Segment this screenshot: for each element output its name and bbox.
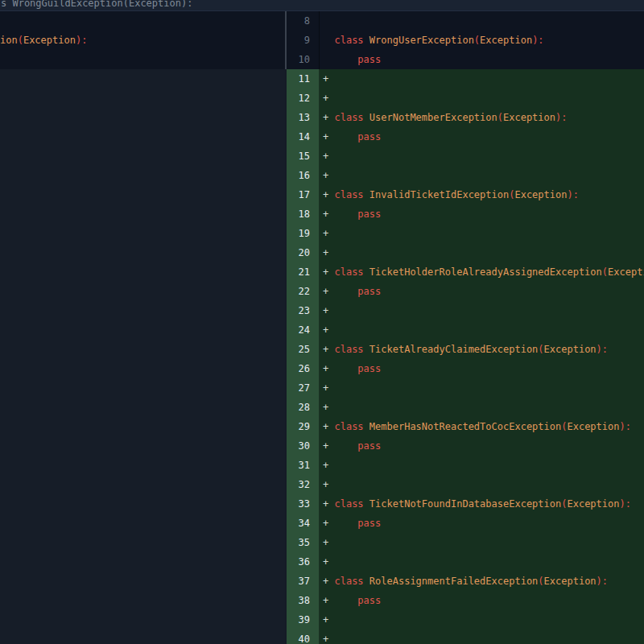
line-number[interactable]: 30 [287, 436, 320, 456]
code-token-name: Exception [544, 344, 597, 355]
diff-marker [323, 54, 334, 65]
line-number[interactable]: 15 [287, 147, 320, 166]
diff-row-added: 16+ [287, 166, 644, 185]
diff-row-added: 22+ pass [287, 282, 644, 301]
new-code-line: + pass [320, 514, 644, 533]
code-token-kw: class [334, 576, 363, 587]
diff-marker: + [323, 402, 334, 413]
diff-row-added: 23+ [287, 301, 644, 320]
diff-row-added: 14+ pass [287, 127, 644, 147]
line-number[interactable]: 26 [287, 359, 320, 378]
code-token-plain [364, 498, 369, 510]
line-number[interactable]: 36 [287, 552, 320, 572]
new-code-line [320, 11, 644, 31]
diff-marker: + [323, 344, 334, 355]
code-token-punct: ( [18, 35, 23, 46]
code-token-name: Exception [608, 266, 644, 278]
diff-marker: + [323, 421, 334, 432]
code-token-name: UserNotMemberException [369, 112, 497, 123]
line-number[interactable]: 13 [287, 108, 320, 127]
line-number[interactable]: 18 [287, 204, 320, 224]
new-code-line: + [320, 89, 644, 108]
diff-marker: + [323, 556, 334, 568]
new-file-pane[interactable]: 8 9 class WrongUserException(Exception):… [287, 11, 644, 644]
line-number[interactable]: 20 [287, 243, 320, 262]
line-number[interactable]: 40 [287, 630, 320, 644]
new-code-line: + pass [320, 359, 644, 378]
diff-marker: + [323, 208, 334, 220]
new-code-line: + [320, 320, 644, 340]
code-token-punct: ): [597, 344, 608, 355]
diff-marker: + [323, 614, 334, 625]
diff-row-added: 19+ [287, 224, 644, 243]
line-number[interactable]: 10 [287, 50, 320, 69]
line-number[interactable]: 22 [287, 282, 320, 301]
code-token-kw: class [334, 35, 363, 46]
line-number[interactable]: 16 [287, 166, 320, 185]
diff-marker: + [323, 363, 334, 374]
line-number[interactable]: 23 [287, 301, 320, 320]
new-code-line: + pass [320, 282, 644, 301]
hunk-header: s WrongGuildException(Exception): [0, 0, 644, 11]
new-code-line: + class TicketAlreadyClaimedException(Ex… [320, 340, 644, 359]
new-code-line: pass [320, 50, 644, 69]
line-number[interactable]: 19 [287, 224, 320, 243]
line-number[interactable]: 12 [287, 89, 320, 108]
line-number[interactable]: 29 [287, 417, 320, 436]
new-code-line: + [320, 630, 644, 644]
line-number[interactable]: 33 [287, 494, 320, 514]
diff-row-added: 28+ [287, 398, 644, 417]
code-token-punct: ( [474, 35, 480, 46]
line-number[interactable]: 9 [287, 31, 320, 50]
line-number[interactable]: 38 [287, 591, 320, 610]
old-file-context-rows: ion(Exception): [0, 11, 285, 69]
line-number[interactable]: 17 [287, 185, 320, 204]
code-token-kw: pass [357, 54, 381, 65]
code-token-name: TicketNotFoundInDatabaseException [369, 498, 561, 510]
diff-marker: + [323, 170, 334, 181]
new-code-line: + pass [320, 436, 644, 456]
new-code-line: + [320, 224, 644, 243]
diff-marker: + [323, 151, 334, 162]
line-number[interactable]: 14 [287, 127, 320, 147]
code-token-plain [364, 576, 369, 587]
new-code-line: + [320, 533, 644, 552]
line-number[interactable]: 37 [287, 572, 320, 591]
new-code-line: + pass [320, 204, 644, 224]
code-token-name: RoleAssignmentFailedException [369, 576, 539, 587]
new-code-line: class WrongUserException(Exception): [320, 31, 644, 50]
new-code-line: + class MemberHasNotReactedToCocExceptio… [320, 417, 644, 436]
line-number[interactable]: 28 [287, 398, 320, 417]
diff-row-added: 18+ pass [287, 204, 644, 224]
new-code-line: + class RoleAssignmentFailedException(Ex… [320, 572, 644, 591]
line-number[interactable]: 31 [287, 456, 320, 475]
new-code-line: + pass [320, 591, 644, 610]
code-token-kw: class [334, 189, 363, 200]
code-token-name: InvalidTicketIdException [369, 189, 509, 200]
line-number[interactable]: 39 [287, 610, 320, 630]
code-token-punct: ( [497, 112, 503, 123]
line-number[interactable]: 34 [287, 514, 320, 533]
line-number[interactable]: 25 [287, 340, 320, 359]
diff-row-added: 30+ pass [287, 436, 644, 456]
line-number[interactable]: 27 [287, 378, 320, 398]
old-code-line [0, 50, 285, 69]
diff-marker: + [323, 305, 334, 316]
line-number[interactable]: 8 [287, 11, 320, 31]
line-number[interactable]: 35 [287, 533, 320, 552]
line-number[interactable]: 24 [287, 320, 320, 340]
line-number[interactable]: 11 [287, 69, 320, 89]
line-number[interactable]: 21 [287, 262, 320, 282]
code-token-plain [334, 208, 357, 220]
code-token-punct: ): [555, 112, 567, 123]
old-file-pane[interactable]: ion(Exception): [0, 11, 285, 644]
new-code-line: + pass [320, 127, 644, 147]
new-code-line: + [320, 610, 644, 630]
diff-marker: + [323, 73, 334, 85]
code-token-kw: pass [357, 595, 381, 606]
diff-marker: + [323, 131, 334, 142]
code-token-plain [364, 189, 369, 200]
line-number[interactable]: 32 [287, 475, 320, 494]
diff-row-added: 35+ [287, 533, 644, 552]
new-code-line: + class TicketNotFoundInDatabaseExceptio… [320, 494, 644, 514]
